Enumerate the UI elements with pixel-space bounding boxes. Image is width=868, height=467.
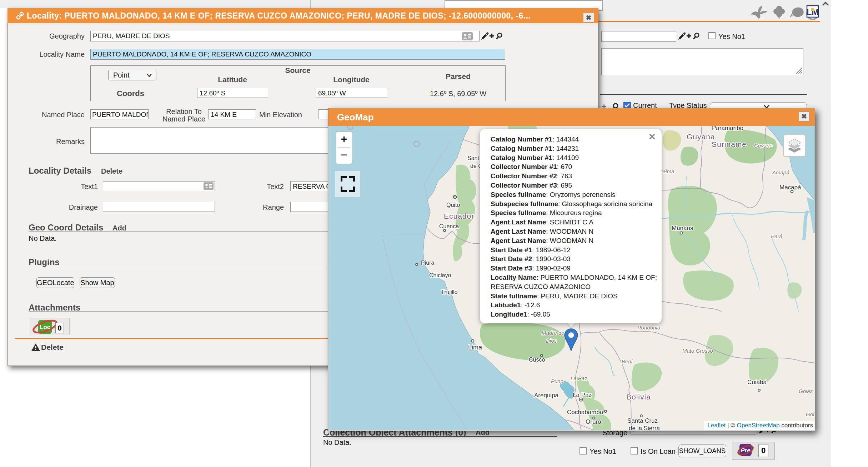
svg-text:Ecuador: Ecuador	[444, 212, 474, 220]
svg-text:Goiás: Goiás	[799, 388, 813, 394]
svg-text:Dios: Dios	[546, 338, 557, 344]
svg-text:Lima: Lima	[468, 344, 482, 351]
svg-text:Puno: Puno	[551, 378, 563, 384]
svg-text:Cochabamba: Cochabamba	[567, 409, 603, 416]
svg-text:Manaus: Manaus	[672, 225, 693, 232]
svg-text:Chiclayo: Chiclayo	[429, 272, 451, 278]
svg-text:Cuenca: Cuenca	[439, 223, 459, 229]
svg-text:Bolivia: Bolivia	[626, 393, 651, 401]
svg-text:Sant: Sant	[467, 155, 479, 161]
svg-text:Beni: Beni	[622, 358, 633, 364]
svg-text:Cuiabá: Cuiabá	[747, 379, 767, 386]
svg-text:Santa Cruz: Santa Cruz	[627, 417, 658, 424]
svg-text:Madre de: Madre de	[542, 330, 564, 336]
svg-text:La Paz: La Paz	[571, 375, 587, 381]
svg-text:Piura: Piura	[421, 260, 434, 266]
svg-text:Pará: Pará	[771, 233, 782, 239]
svg-text:Amapá: Amapá	[772, 169, 789, 175]
svg-text:de la Sierra: de la Sierra	[629, 425, 660, 430]
svg-text:Trujillo: Trujillo	[441, 289, 458, 295]
svg-text:Suriname: Suriname	[712, 140, 747, 148]
svg-text:La Paz: La Paz	[573, 392, 592, 398]
svg-text:Quito: Quito	[446, 202, 460, 208]
svg-text:Oruro: Oruro	[586, 418, 601, 425]
svg-text:Guyane: Guyane	[754, 143, 773, 149]
svg-text:Guyana: Guyana	[687, 133, 715, 141]
svg-text:Macapá: Macapá	[779, 184, 801, 191]
svg-text:Goi…: Goi…	[806, 411, 815, 417]
svg-text:Paramaribo: Paramaribo	[712, 126, 743, 131]
svg-text:Mato Grosso: Mato Grosso	[682, 348, 713, 354]
svg-text:Rondônia: Rondônia	[637, 324, 660, 331]
svg-text:Arequipa: Arequipa	[534, 392, 559, 399]
svg-text:raima: raima	[661, 168, 674, 174]
svg-text:Cusco: Cusco	[529, 357, 545, 363]
